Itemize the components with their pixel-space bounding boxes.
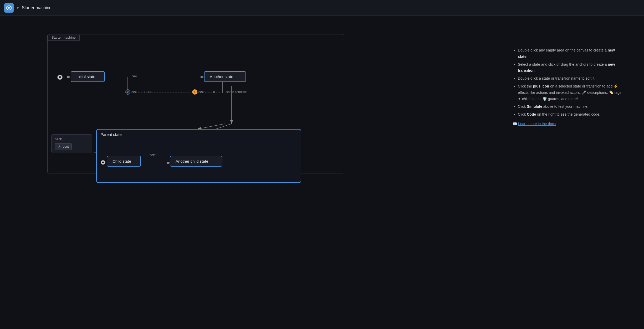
another-child-state-node[interactable]: Another child state: [170, 156, 222, 167]
child-state-node[interactable]: Child state: [107, 156, 141, 167]
another-state-node[interactable]: Another state: [204, 71, 246, 82]
parent-state-container: Parent state Child state next: [96, 129, 301, 183]
initial-state-node[interactable]: Initial state: [71, 71, 105, 82]
tip-2: Select a state and click or drag the anc…: [518, 61, 623, 74]
diagram-container: Starter machine: [47, 34, 344, 173]
learn-more-emoji: 📖: [513, 122, 518, 126]
diagram-label: Starter machine: [48, 34, 80, 41]
transition-next-label: next: [129, 73, 138, 78]
condition-label: some condition: [226, 89, 248, 94]
svg-point-15: [59, 76, 61, 78]
parent-state-label: Parent state: [100, 132, 122, 137]
back-label: back: [55, 137, 89, 141]
svg-point-18: [102, 162, 104, 163]
transition-2-badge: 2 next: [125, 89, 137, 95]
app-title: Starter machine: [22, 6, 52, 10]
else-label: ELSE: [144, 89, 152, 94]
if-label: IF: [213, 89, 216, 94]
learn-more-link[interactable]: Learn more in the docs: [518, 122, 556, 126]
svg-point-1: [8, 7, 10, 9]
transition-1-badge: 1 next: [192, 89, 205, 95]
tip-3: Double-click a state or transition name …: [518, 75, 623, 82]
reset-icon: ↺: [58, 145, 60, 148]
tip-4: Click the plus icon on a selected state …: [518, 83, 623, 102]
tips-list: Double-click any empty area on the canva…: [513, 47, 623, 118]
reset-button[interactable]: ↺ reset: [55, 143, 72, 150]
chevron-down-icon[interactable]: ▾: [17, 6, 19, 10]
tips-panel: Double-click any empty area on the canva…: [513, 47, 623, 127]
tip-1: Double-click any empty area on the canva…: [518, 47, 623, 60]
tip-5: Click Simulate above to test your machin…: [518, 104, 623, 110]
back-box: back ↺ reset: [51, 134, 92, 153]
logo[interactable]: [4, 3, 14, 13]
canvas-area[interactable]: Starter machine: [0, 16, 644, 329]
tip-6: Click Code on the right to see the gener…: [518, 111, 623, 118]
learn-more-line: 📖 Learn more in the docs: [513, 121, 623, 127]
topbar: ▾ Starter machine: [0, 0, 644, 16]
reset-label: reset: [62, 145, 69, 148]
svg-line-22: [197, 124, 225, 129]
initial-state-dot: [57, 74, 63, 80]
child-next-label: next: [148, 153, 157, 157]
child-initial-dot: [100, 160, 106, 165]
